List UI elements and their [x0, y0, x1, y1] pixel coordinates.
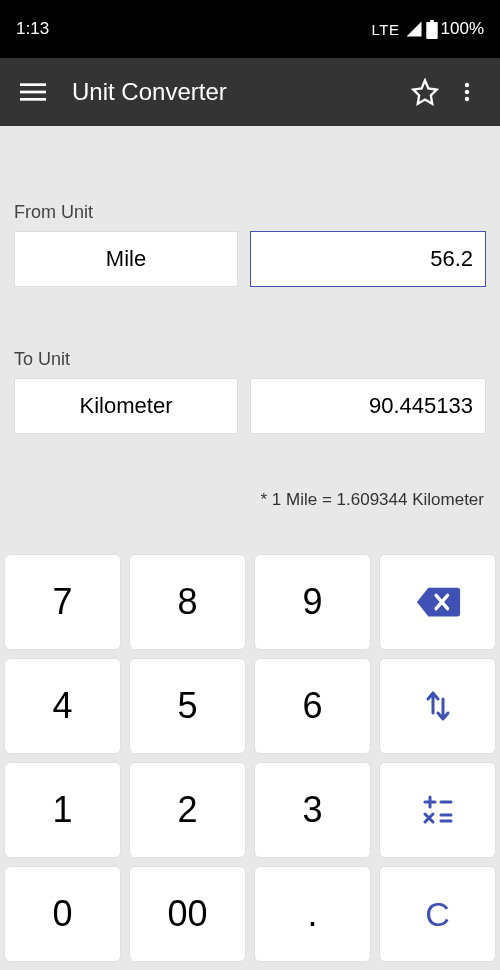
- battery-percent: 100%: [441, 19, 484, 39]
- svg-point-6: [465, 90, 469, 94]
- key-calculator[interactable]: [379, 762, 496, 858]
- key-9[interactable]: 9: [254, 554, 371, 650]
- conversion-rate-note: * 1 Mile = 1.609344 Kilometer: [14, 490, 486, 510]
- favorite-icon[interactable]: [404, 78, 446, 106]
- backspace-icon: [415, 585, 461, 619]
- key-1[interactable]: 1: [4, 762, 121, 858]
- network-label: LTE: [372, 21, 400, 38]
- svg-point-5: [465, 83, 469, 87]
- svg-rect-0: [426, 21, 437, 38]
- content: From Unit Mile 56.2 To Unit Kilometer 90…: [0, 202, 500, 510]
- key-7[interactable]: 7: [4, 554, 121, 650]
- app-title: Unit Converter: [72, 78, 404, 106]
- to-unit-selector[interactable]: Kilometer: [14, 378, 238, 434]
- to-label: To Unit: [14, 349, 486, 370]
- svg-point-7: [465, 97, 469, 101]
- svg-rect-4: [20, 98, 46, 101]
- from-value-input[interactable]: 56.2: [250, 231, 486, 287]
- key-4[interactable]: 4: [4, 658, 121, 754]
- key-backspace[interactable]: [379, 554, 496, 650]
- key-5[interactable]: 5: [129, 658, 246, 754]
- from-unit-selector[interactable]: Mile: [14, 231, 238, 287]
- key-8[interactable]: 8: [129, 554, 246, 650]
- keypad: 7 8 9 4 5 6 1 2 3: [0, 550, 500, 970]
- calculator-icon: [421, 793, 455, 827]
- key-0[interactable]: 0: [4, 866, 121, 962]
- key-2[interactable]: 2: [129, 762, 246, 858]
- menu-icon[interactable]: [12, 79, 54, 105]
- key-3[interactable]: 3: [254, 762, 371, 858]
- key-6[interactable]: 6: [254, 658, 371, 754]
- key-clear[interactable]: C: [379, 866, 496, 962]
- svg-rect-2: [20, 83, 46, 86]
- app-bar: Unit Converter: [0, 58, 500, 126]
- status-right: LTE 100%: [372, 19, 484, 39]
- from-label: From Unit: [14, 202, 486, 223]
- swap-icon: [421, 689, 455, 723]
- battery-icon: [426, 20, 438, 39]
- key-dot[interactable]: .: [254, 866, 371, 962]
- status-bar: 1:13 LTE 100%: [0, 0, 500, 58]
- to-value-output[interactable]: 90.445133: [250, 378, 486, 434]
- signal-icon: [405, 20, 423, 38]
- svg-rect-3: [20, 91, 46, 94]
- status-time: 1:13: [16, 19, 49, 39]
- svg-rect-1: [430, 20, 434, 23]
- key-swap[interactable]: [379, 658, 496, 754]
- more-icon[interactable]: [446, 80, 488, 104]
- key-00[interactable]: 00: [129, 866, 246, 962]
